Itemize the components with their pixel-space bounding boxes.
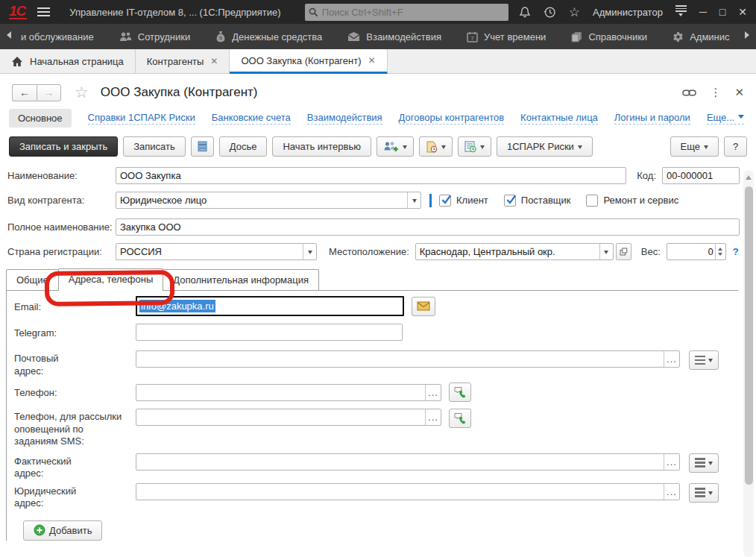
scroll-up-icon[interactable] — [746, 172, 752, 180]
tab-addresses-phones[interactable]: Адреса, телефоны — [58, 268, 164, 291]
1c-logo-icon: 1С — [9, 4, 27, 19]
envelope-icon — [417, 301, 430, 311]
dial-phone-button[interactable] — [449, 383, 471, 402]
dossier-button[interactable]: Досье — [219, 136, 268, 157]
checkbox-client[interactable]: Клиент — [439, 195, 488, 207]
forward-button[interactable]: → — [37, 84, 61, 101]
link-icon[interactable] — [682, 89, 696, 97]
navlink-spark-certificates[interactable]: Справки 1СПАРК Риски — [88, 112, 195, 125]
close-tab-icon[interactable]: ✕ — [210, 56, 218, 66]
ellipsis-button[interactable]: ... — [664, 454, 679, 470]
actual-address-input[interactable]: ... — [136, 453, 680, 471]
dropdown-button[interactable] — [407, 192, 420, 208]
checkbox-supplier[interactable]: Поставщик — [504, 195, 571, 207]
add-contact-dropdown-button[interactable] — [377, 136, 414, 157]
section-label: Денежные средства — [232, 31, 322, 43]
section-timesheet[interactable]: 7 Учет времени — [467, 31, 546, 43]
close-form-button[interactable]: ✕ — [734, 86, 744, 99]
name-input[interactable]: ООО Закупка — [116, 167, 626, 184]
navlink-main[interactable]: Основное — [9, 109, 72, 128]
document-schedule-dropdown-button[interactable] — [419, 136, 453, 157]
section-money[interactable]: s Денежные средства — [215, 31, 322, 43]
row-legal-address: Юридический адрес: ... — [14, 483, 756, 510]
dial-sms-phone-button[interactable] — [449, 409, 471, 428]
history-icon[interactable] — [544, 6, 556, 19]
legal-address-input[interactable]: ... — [136, 483, 680, 500]
section-catalogs[interactable]: Справочники — [571, 31, 647, 43]
kind-select[interactable]: Юридическое лицо — [116, 192, 421, 209]
country-select[interactable]: РОССИЯ — [116, 243, 317, 260]
main-menu-icon[interactable] — [37, 7, 50, 16]
global-search[interactable] — [305, 4, 508, 21]
dropdown-button[interactable] — [599, 244, 613, 259]
more-commands-button[interactable]: Еще — [670, 136, 719, 157]
email-input[interactable]: info@zakupka.ru — [136, 296, 404, 316]
dropdown-button[interactable] — [303, 244, 316, 259]
help-button[interactable]: ? — [724, 136, 747, 157]
weight-spinner[interactable] — [715, 244, 725, 259]
spark-risks-dropdown-button[interactable]: 1СПАРК Риски — [497, 136, 593, 157]
maximize-button[interactable]: □ — [719, 7, 725, 17]
navlink-bank-accounts[interactable]: Банковские счета — [212, 112, 291, 125]
send-email-button[interactable] — [412, 297, 435, 316]
telegram-input[interactable] — [136, 324, 403, 341]
vertical-scrollbar[interactable] — [743, 170, 754, 557]
ellipsis-button[interactable]: ... — [425, 409, 441, 425]
close-window-button[interactable]: ✕ — [738, 7, 747, 17]
menu-icon — [695, 458, 705, 468]
service-menu-icon[interactable] — [675, 5, 687, 19]
tab-home[interactable]: Начальная страница — [0, 49, 136, 73]
notifications-bell-icon[interactable] — [519, 6, 531, 19]
close-tab-icon[interactable]: ✕ — [368, 55, 376, 66]
checkbox-repair-service[interactable]: Ремонт и сервис — [586, 195, 678, 207]
navlink-more[interactable]: Еще... — [707, 112, 744, 125]
minimize-button[interactable]: ─ — [699, 7, 707, 17]
tab-counterparties[interactable]: Контрагенты ✕ — [136, 49, 230, 73]
section-interactions[interactable]: Взаимодействия — [347, 31, 441, 43]
phone-input[interactable]: ... — [136, 384, 441, 401]
favorite-star-icon[interactable]: ☆ — [75, 84, 89, 101]
postal-address-input[interactable]: ... — [136, 350, 680, 368]
weight-help-link[interactable]: ? — [733, 246, 739, 257]
current-user[interactable]: Администратор — [593, 7, 663, 18]
add-contact-button[interactable]: Добавить — [23, 520, 102, 541]
address-menu-button[interactable] — [689, 350, 719, 370]
address-menu-button[interactable] — [689, 453, 719, 473]
sms-phone-input[interactable]: ... — [136, 409, 441, 426]
save-and-close-button[interactable]: Записать и закрыть — [9, 136, 118, 157]
weight-input[interactable]: 0 — [667, 243, 726, 260]
ellipsis-button[interactable]: ... — [664, 351, 679, 367]
tab-general[interactable]: Общие — [6, 269, 59, 290]
section-administration[interactable]: Админис — [672, 31, 729, 43]
row-full-name: Полное наименование: Закупка ООО — [0, 218, 756, 236]
back-button[interactable]: ← — [12, 84, 37, 101]
svg-text:s: s — [219, 34, 222, 41]
navlink-logins-passwords[interactable]: Логины и пароли — [614, 112, 690, 125]
navlink-contact-persons[interactable]: Контактные лица — [520, 112, 598, 125]
open-location-button[interactable] — [616, 243, 631, 260]
scroll-left-icon[interactable] — [3, 31, 11, 39]
address-menu-button[interactable] — [689, 483, 719, 503]
save-button[interactable]: Записать — [123, 136, 186, 157]
section-employees[interactable]: Сотрудники — [119, 31, 190, 43]
navlink-contracts[interactable]: Договоры контрагентов — [399, 112, 505, 125]
full-name-input[interactable]: Закупка ООО — [116, 218, 740, 236]
report-stack-button[interactable] — [191, 136, 214, 157]
scrollbar-thumb[interactable] — [745, 186, 753, 485]
search-input[interactable] — [322, 7, 505, 18]
tab-counterparty-card[interactable]: ООО Закупка (Контрагент) ✕ — [230, 49, 387, 74]
menu-icon — [695, 356, 705, 365]
scroll-right-icon[interactable] — [745, 31, 753, 39]
more-dots-icon[interactable]: ⋮ — [710, 86, 721, 99]
tab-additional-info[interactable]: Дополнительная информация — [163, 269, 319, 290]
ellipsis-button[interactable]: ... — [664, 484, 679, 500]
start-interview-button[interactable]: Начать интервью — [272, 136, 371, 157]
section-maintenance[interactable]: и обслуживание — [21, 31, 94, 43]
ellipsis-button[interactable]: ... — [425, 385, 441, 400]
location-select[interactable]: Краснодар, Центральный окр. — [415, 243, 614, 260]
document-clock-icon — [426, 141, 438, 153]
favorites-star-icon[interactable]: ☆ — [569, 6, 580, 19]
tasks-schedule-dropdown-button[interactable] — [458, 136, 491, 157]
navlink-interactions[interactable]: Взаимодействия — [307, 112, 382, 125]
code-input[interactable]: 00-000001 — [662, 167, 740, 184]
